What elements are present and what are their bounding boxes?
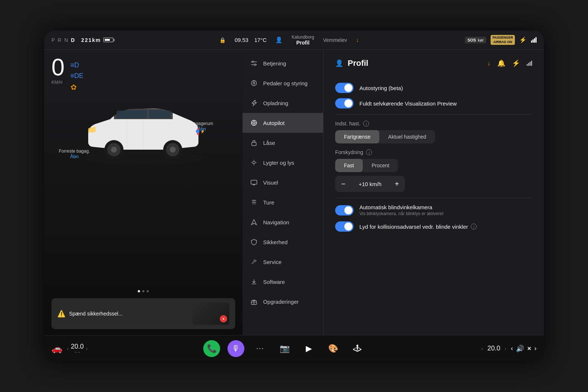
notification-icon[interactable]: 🔔 bbox=[497, 59, 505, 67]
menu-item-betjening[interactable]: Betjening bbox=[243, 53, 323, 73]
games-icon[interactable]: 🕹 bbox=[349, 340, 366, 357]
collision-toggle[interactable] bbox=[335, 221, 354, 232]
sos-button[interactable]: SOS kør bbox=[465, 37, 486, 43]
lock-icon-menu bbox=[250, 139, 258, 147]
menu-label-software: Software bbox=[263, 279, 285, 285]
speed-info-icon[interactable]: i bbox=[363, 121, 369, 126]
car-image: ⚡ bbox=[51, 92, 235, 172]
nav-arrow-icon: ↓ bbox=[356, 37, 359, 43]
svg-point-12 bbox=[252, 61, 254, 63]
menu-item-service[interactable]: Service bbox=[243, 252, 323, 272]
location-profile: Kalundborg Profil bbox=[291, 35, 314, 46]
wrench-icon bbox=[250, 258, 258, 266]
svg-point-22 bbox=[253, 122, 255, 124]
status-bar: P R N D 221km 🔒 09.53 17°C 👤 Kalundborg … bbox=[44, 31, 544, 50]
alert-bar[interactable]: ⚠️ Spænd sikkerhedssel... ● bbox=[51, 298, 235, 329]
autostyring-toggle[interactable] bbox=[335, 83, 354, 93]
svg-rect-27 bbox=[252, 142, 256, 146]
taskbar-left: 🚗 bbox=[51, 343, 62, 354]
gear-indicator: P R N D bbox=[51, 37, 75, 43]
menu-item-sikkerhed[interactable]: Sikkerhed bbox=[243, 232, 323, 252]
taskbar-center: 📞 🎙 ··· 📷 ▶ 🎨 🕹 bbox=[87, 340, 481, 357]
menu-label-laase: Låse bbox=[263, 140, 275, 146]
menu-item-opgraderinger[interactable]: Opgraderinger bbox=[243, 292, 323, 311]
camera-icon[interactable]: 📷 bbox=[276, 340, 293, 357]
collision-toggle-row: Lyd for kollisionsadvarsel vedr. blinde … bbox=[335, 221, 532, 232]
fast-btn[interactable]: Fast bbox=[335, 159, 363, 172]
download-update-icon[interactable]: ↓ bbox=[487, 60, 491, 67]
temp-right-decrease[interactable]: ‹ bbox=[481, 346, 483, 352]
menu-label-opgraderinger: Opgraderinger bbox=[263, 299, 299, 305]
temp-left-decrease[interactable]: ‹ bbox=[67, 346, 69, 352]
procent-btn[interactable]: Procent bbox=[363, 159, 398, 172]
offset-info-icon[interactable]: i bbox=[366, 149, 372, 155]
svg-point-19 bbox=[253, 82, 255, 84]
svg-point-10 bbox=[196, 129, 200, 133]
divider-1 bbox=[335, 114, 532, 115]
aktuel-btn[interactable]: Aktuel hastighed bbox=[379, 130, 435, 143]
svg-point-6 bbox=[170, 147, 176, 153]
speed-btn-group: Fartgrænse Aktuel hastighed bbox=[335, 130, 435, 143]
menu-item-navigation[interactable]: Navigation bbox=[243, 212, 323, 232]
settings-panel: 👤 Profil ↓ 🔔 ⚡ bbox=[323, 50, 544, 335]
temp-left-display: 20.0 ~ ~ bbox=[71, 343, 84, 354]
km-display: 221km bbox=[81, 37, 114, 43]
taskbar-car-icon[interactable]: 🚗 bbox=[51, 343, 62, 354]
svg-rect-33 bbox=[251, 180, 257, 184]
shield-icon bbox=[250, 238, 258, 246]
menu-item-autopilot[interactable]: Autopilot bbox=[243, 113, 323, 133]
menu-label-autopilot: Autopilot bbox=[263, 120, 284, 126]
offset-section-label: Forskydning i bbox=[335, 149, 532, 155]
volume-decrease-btn[interactable]: ‹ bbox=[511, 345, 513, 352]
display-icon bbox=[250, 178, 258, 186]
svg-point-28 bbox=[253, 161, 255, 164]
speed-unit: KM/H bbox=[51, 80, 65, 85]
menu-label-navigation: Navigation bbox=[263, 219, 289, 225]
svg-point-3 bbox=[111, 147, 117, 153]
camera-toggle[interactable] bbox=[335, 205, 354, 215]
battery-icon bbox=[103, 38, 114, 42]
mute-icon[interactable]: ✕ bbox=[527, 346, 531, 352]
steering-icon bbox=[250, 79, 258, 87]
voice-icon[interactable]: 🎙 bbox=[227, 340, 244, 357]
more-icon[interactable]: ··· bbox=[252, 340, 269, 357]
speed-offset-control: − +10 km/h + bbox=[335, 176, 405, 192]
menu-item-opladning[interactable]: Opladning bbox=[243, 93, 323, 113]
camera-sublabel: Vis blinklyskamera, når blinklys er akti… bbox=[359, 211, 444, 216]
header-icons: ↓ 🔔 ⚡ bbox=[487, 59, 532, 67]
volume-icon: 🔊 bbox=[516, 345, 524, 353]
alert-text: Spænd sikkerhedssel... bbox=[69, 311, 123, 317]
decrease-speed-btn[interactable]: − bbox=[335, 176, 351, 192]
camera-label: Automatisk blindvinkelkamera bbox=[359, 204, 444, 210]
menu-item-visuel[interactable]: Visuel bbox=[243, 172, 323, 192]
fsd-toggle[interactable] bbox=[335, 98, 354, 108]
settings-title: Profil bbox=[348, 58, 368, 68]
temp-right-increase[interactable]: › bbox=[505, 346, 506, 352]
collision-info-icon[interactable]: i bbox=[471, 224, 477, 229]
menu-label-ture: Ture bbox=[263, 199, 274, 206]
menu-item-software[interactable]: Software bbox=[243, 272, 323, 292]
fartgraense-btn[interactable]: Fartgrænse bbox=[335, 130, 379, 143]
autopilot-icon bbox=[250, 119, 258, 127]
media-play-icon[interactable]: ▶ bbox=[300, 340, 317, 357]
increase-speed-btn[interactable]: + bbox=[389, 176, 405, 192]
menu-label-betjening: Betjening bbox=[263, 60, 286, 67]
collision-label: Lyd for kollisionsadvarsel vedr. blinde … bbox=[359, 224, 468, 230]
menu-item-lygter[interactable]: Lygter og lys bbox=[243, 153, 323, 172]
menu-item-ture[interactable]: Ture bbox=[243, 192, 323, 212]
menu-item-laase[interactable]: Låse bbox=[243, 133, 323, 153]
autostyring-toggle-row: Autostyring (beta) bbox=[335, 83, 532, 93]
divider-2 bbox=[335, 198, 532, 198]
menu-item-pedaler[interactable]: Pedaler og styring bbox=[243, 73, 323, 93]
offset-btn-group: Fast Procent bbox=[335, 159, 398, 172]
headlight-icon: ≡D bbox=[71, 61, 84, 69]
fog-light-icon: ≡DE bbox=[71, 72, 84, 80]
phone-icon[interactable]: 📞 bbox=[203, 340, 220, 357]
menu-panel: Betjening Pedaler og styring bbox=[243, 50, 323, 335]
apps-icon[interactable]: 🎨 bbox=[325, 340, 341, 357]
camera-toggle-row: Automatisk blindvinkelkamera Vis blinkly… bbox=[335, 204, 532, 216]
menu-label-pedaler: Pedaler og styring bbox=[263, 80, 308, 86]
left-panel: 0 KM/H ≡D ≡DE ✿ Forreste ba bbox=[44, 50, 243, 335]
volume-increase-btn[interactable]: › bbox=[534, 345, 537, 352]
alert-icon: ⚠️ bbox=[57, 310, 65, 318]
